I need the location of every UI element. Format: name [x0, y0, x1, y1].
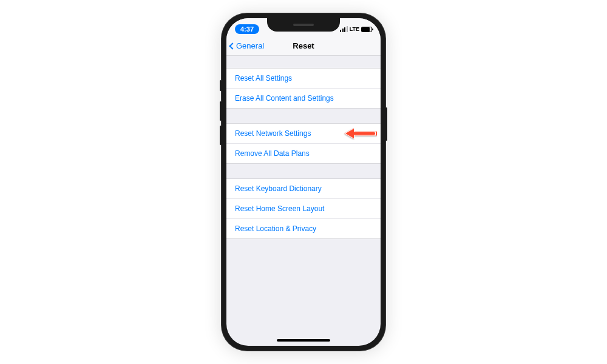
- power-button: [385, 107, 387, 141]
- row-label: Reset Location & Privacy: [235, 224, 316, 233]
- remove-data-plans-row[interactable]: Remove All Data Plans: [226, 144, 381, 163]
- volume-down-button: [220, 126, 222, 145]
- navigation-bar: General Reset: [226, 36, 381, 56]
- settings-content: Reset All Settings Erase All Content and…: [226, 68, 381, 239]
- home-indicator[interactable]: [277, 339, 330, 342]
- row-label: Reset Keyboard Dictionary: [235, 184, 322, 193]
- row-label: Remove All Data Plans: [235, 149, 310, 158]
- settings-group: Reset Network Settings: [226, 123, 381, 164]
- row-label: Erase All Content and Settings: [235, 94, 334, 103]
- silence-switch: [220, 80, 222, 91]
- chevron-left-icon: [229, 42, 236, 49]
- settings-group: Reset Keyboard Dictionary Reset Home Scr…: [226, 178, 381, 239]
- row-label: Reset Network Settings: [235, 129, 311, 138]
- notch: [267, 18, 340, 32]
- battery-icon: [361, 27, 372, 32]
- reset-all-settings-row[interactable]: Reset All Settings: [226, 69, 381, 89]
- row-label: Reset All Settings: [235, 74, 292, 83]
- time-pill[interactable]: 4:37: [235, 24, 259, 34]
- row-label: Reset Home Screen Layout: [235, 204, 324, 213]
- page-title: Reset: [293, 41, 314, 50]
- reset-location-privacy-row[interactable]: Reset Location & Privacy: [226, 219, 381, 238]
- network-type: LTE: [350, 26, 359, 32]
- reset-keyboard-dictionary-row[interactable]: Reset Keyboard Dictionary: [226, 179, 381, 199]
- annotation-arrow-icon: [343, 127, 377, 140]
- reset-home-screen-row[interactable]: Reset Home Screen Layout: [226, 199, 381, 219]
- erase-all-content-row[interactable]: Erase All Content and Settings: [226, 89, 381, 108]
- back-button[interactable]: General: [230, 41, 264, 50]
- reset-network-settings-row[interactable]: Reset Network Settings: [226, 124, 381, 144]
- back-label: General: [236, 41, 264, 50]
- iphone-mockup: 4:37 LTE General Reset: [222, 13, 385, 351]
- settings-group: Reset All Settings Erase All Content and…: [226, 68, 381, 109]
- cellular-signal-icon: [340, 26, 348, 32]
- phone-screen: 4:37 LTE General Reset: [226, 18, 381, 346]
- speaker-grille: [293, 24, 314, 26]
- volume-up-button: [220, 101, 222, 121]
- status-indicators: LTE: [340, 26, 372, 32]
- svg-rect-0: [352, 132, 375, 135]
